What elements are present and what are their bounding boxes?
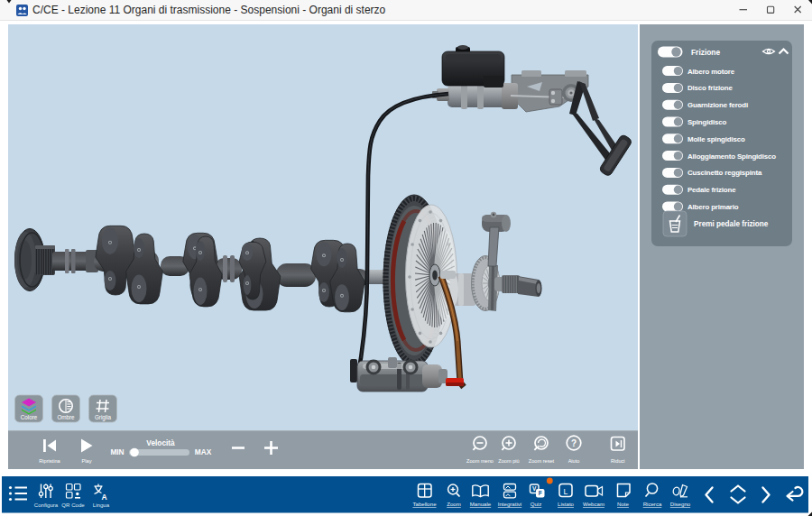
svg-text:Zoom più: Zoom più — [498, 458, 519, 464]
svg-text:Griglia: Griglia — [95, 414, 112, 421]
svg-text:Riduci: Riduci — [611, 458, 625, 464]
svg-text:F: F — [539, 490, 542, 496]
svg-text:Pedale frizione: Pedale frizione — [687, 186, 736, 194]
svg-text:A: A — [101, 493, 106, 502]
svg-text:Zoom meno: Zoom meno — [466, 458, 494, 464]
svg-text:C/CE - Lezione 11 Organi di tr: C/CE - Lezione 11 Organi di trasmissione… — [32, 4, 386, 16]
svg-text:QR Code: QR Code — [61, 502, 85, 508]
svg-text:Disco frizione: Disco frizione — [687, 84, 733, 92]
svg-text:Integrativi: Integrativi — [498, 501, 521, 507]
svg-text:Aiuto: Aiuto — [568, 458, 580, 464]
svg-text:Albero primario: Albero primario — [687, 203, 739, 211]
svg-text:Play: Play — [82, 458, 92, 464]
svg-text:Albero motore: Albero motore — [687, 68, 735, 76]
svg-text:Tabellone: Tabellone — [412, 501, 437, 507]
svg-text:Frizione: Frizione — [691, 48, 720, 57]
svg-text:Disegno: Disegno — [670, 501, 691, 507]
svg-text:Note: Note — [617, 501, 629, 507]
svg-text:?: ? — [571, 438, 577, 448]
svg-text:Ricerca: Ricerca — [643, 501, 662, 507]
svg-text:Listato: Listato — [558, 501, 575, 507]
svg-text:MIN: MIN — [110, 447, 124, 456]
svg-text:Colore: Colore — [21, 414, 38, 420]
svg-text:Configura: Configura — [34, 502, 59, 508]
svg-text:Manuale: Manuale — [470, 501, 492, 507]
svg-text:Zoom reset: Zoom reset — [529, 458, 555, 464]
svg-text:L: L — [564, 487, 568, 496]
svg-text:Quiz: Quiz — [531, 501, 542, 507]
svg-text:Zoom: Zoom — [447, 501, 461, 507]
svg-text:Spingidisco: Spingidisco — [687, 118, 726, 126]
svg-text:Premi pedale frizione: Premi pedale frizione — [694, 220, 769, 228]
svg-text:Ripristina: Ripristina — [39, 458, 60, 464]
svg-text:Alloggiamento Spingidisco: Alloggiamento Spingidisco — [687, 152, 776, 161]
svg-text:Cuscinetto reggispinta: Cuscinetto reggispinta — [687, 169, 762, 177]
svg-text:Ombre: Ombre — [57, 414, 75, 420]
svg-text:Webcam: Webcam — [583, 501, 604, 507]
svg-text:Molle spingidisco: Molle spingidisco — [687, 135, 745, 143]
svg-text:Lingua: Lingua — [93, 502, 110, 508]
svg-text:Guarnizione ferodi: Guarnizione ferodi — [687, 101, 748, 109]
svg-text:MAX: MAX — [195, 447, 212, 456]
svg-text:Velocità: Velocità — [146, 438, 175, 447]
